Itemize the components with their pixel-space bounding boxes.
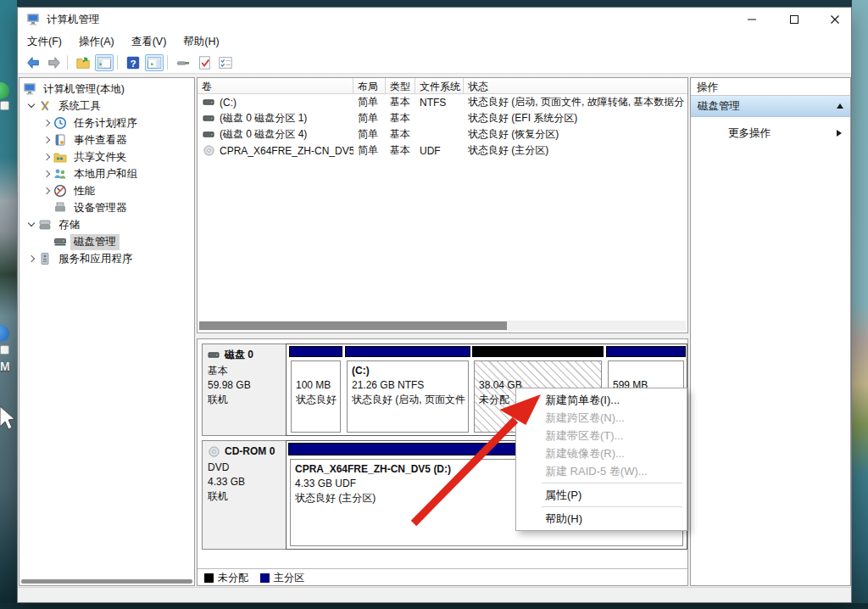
connect-remote-computer-button[interactable]: [174, 54, 192, 71]
tree-item-label: 事件查看器: [70, 132, 131, 148]
volume-row-partition1[interactable]: (磁盘 0 磁盘分区 1) 简单 基本 状态良好 (EFI 系统分区): [198, 110, 687, 126]
volume-list-horizontal-scrollbar[interactable]: [199, 321, 686, 331]
tree-item-device-manager[interactable]: 设备管理器: [19, 199, 194, 216]
volume-row-c[interactable]: (C:) 简单 基本 NTFS 状态良好 (启动, 页面文件, 故障转储, 基本…: [198, 94, 687, 110]
volume-type: 基本: [386, 127, 415, 142]
tree-item-local-users-groups[interactable]: 本地用户和组: [19, 165, 194, 182]
chevron-right-icon[interactable]: [42, 168, 53, 180]
tree-item-label: 系统工具: [55, 98, 104, 115]
task-list-button[interactable]: [216, 54, 235, 71]
tree-item-performance[interactable]: 性能: [19, 182, 194, 199]
volume-name: (C:): [220, 97, 236, 109]
column-header-volume[interactable]: 卷: [198, 78, 353, 93]
column-header-status[interactable]: 状态: [464, 78, 687, 93]
volume-status: 状态良好 (EFI 系统分区): [464, 111, 687, 126]
expander-placeholder: [42, 236, 53, 248]
column-header-filesystem[interactable]: 文件系统: [415, 78, 464, 93]
chevron-down-icon[interactable]: [26, 219, 38, 231]
forward-button[interactable]: [45, 54, 64, 71]
menu-view[interactable]: 查看(V): [124, 32, 175, 52]
close-icon: [830, 14, 840, 25]
window-title: 计算机管理: [47, 13, 100, 27]
volume-type: 基本: [386, 95, 415, 109]
export-list-button[interactable]: [74, 54, 92, 71]
volume-layout: 简单: [353, 95, 386, 109]
title-bar[interactable]: 计算机管理: [18, 8, 851, 31]
more-actions-item[interactable]: 更多操作: [691, 122, 850, 144]
show-action-pane-button[interactable]: [145, 54, 164, 71]
menu-separator: [542, 506, 682, 507]
legend-item-primary: 主分区: [260, 571, 304, 585]
volume-row-partition4[interactable]: (磁盘 0 磁盘分区 4) 简单 基本 状态良好 (恢复分区): [198, 126, 687, 142]
toolbar: ?: [18, 52, 851, 74]
volume-layout: 简单: [353, 111, 386, 126]
partition-color-bar: [472, 346, 604, 357]
disk-icon: [208, 349, 220, 361]
partition-color-bar: [345, 346, 470, 357]
computer-management-app-icon: [26, 13, 40, 26]
tree-horizontal-scrollbar[interactable]: [21, 579, 192, 584]
legend-item-unallocated: 未分配: [204, 571, 248, 585]
minimize-button[interactable]: [743, 11, 760, 28]
scrollbar-thumb[interactable]: [199, 321, 507, 330]
tree-item-label: 计算机管理(本地): [40, 81, 128, 98]
tree-item-label: 任务计划程序: [70, 115, 141, 131]
menu-action[interactable]: 操作(A): [71, 32, 122, 52]
partition-efi[interactable]: 100 MB 状态良好: [289, 346, 342, 433]
collapse-section-icon[interactable]: [837, 103, 843, 109]
tree-item-disk-management[interactable]: 磁盘管理: [19, 233, 194, 250]
volume-row-dvd[interactable]: CPRA_X64FRE_ZH-CN_DV5 (D:) 简单 基本 UDF 状态良…: [198, 142, 687, 159]
column-header-type[interactable]: 类型: [386, 78, 415, 93]
volume-status: 状态良好 (启动, 页面文件, 故障转储, 基本数据分: [464, 95, 687, 109]
volume-icon: [203, 128, 215, 141]
event-viewer-icon: [53, 133, 67, 147]
toolbar-separator: [67, 55, 68, 70]
computer-icon: [23, 82, 36, 96]
tree-item-shared-folders[interactable]: 共享文件夹: [19, 148, 194, 165]
chevron-down-icon[interactable]: [26, 100, 38, 112]
back-arrow-icon: [25, 55, 41, 70]
storage-icon: [38, 218, 52, 232]
red-arrow-annotation: [373, 373, 551, 534]
partition-color-bar: [289, 346, 342, 357]
help-button[interactable]: ?: [124, 54, 142, 71]
cdrom0-header[interactable]: CD-ROM 0 DVD 4.33 GB 联机: [202, 440, 287, 550]
rescan-disks-button[interactable]: [195, 54, 214, 71]
disk0-kind: 基本: [208, 364, 281, 378]
column-header-layout[interactable]: 布局: [353, 78, 386, 93]
tree-item-task-scheduler[interactable]: 任务计划程序: [19, 115, 194, 131]
actions-header: 操作: [691, 78, 850, 96]
volume-icon: [203, 96, 215, 109]
menu-separator: [542, 483, 682, 483]
disk0-name: 磁盘 0: [225, 348, 253, 362]
volume-name: (磁盘 0 磁盘分区 1): [220, 111, 307, 126]
show-console-tree-button[interactable]: [95, 54, 114, 71]
tree-item-computer-management[interactable]: 计算机管理(本地): [19, 81, 194, 98]
actions-section-disk-management[interactable]: 磁盘管理: [691, 96, 850, 117]
chevron-right-icon[interactable]: [26, 253, 38, 265]
tree-item-label: 共享文件夹: [70, 149, 131, 165]
menu-help[interactable]: 帮助(H): [175, 32, 226, 52]
chevron-right-icon[interactable]: [42, 134, 53, 146]
actions-section-title: 磁盘管理: [698, 99, 740, 114]
chevron-right-icon[interactable]: [42, 117, 53, 129]
chevron-right-icon[interactable]: [42, 185, 53, 197]
volume-name: CPRA_X64FRE_ZH-CN_DV5 (D:): [220, 145, 353, 157]
close-button[interactable]: [826, 11, 843, 28]
tree-item-system-tools[interactable]: 系统工具: [19, 98, 194, 115]
tree-item-services-applications[interactable]: 服务和应用程序: [19, 250, 194, 267]
menu-file[interactable]: 文件(F): [19, 32, 70, 52]
device-manager-icon: [53, 201, 67, 215]
tree-item-storage[interactable]: 存储: [19, 216, 194, 233]
tree-item-event-viewer[interactable]: 事件查看器: [19, 131, 194, 148]
chevron-right-icon[interactable]: [42, 151, 53, 163]
maximize-button[interactable]: [786, 11, 803, 28]
volume-icon: [203, 112, 215, 125]
tree-item-label: 存储: [55, 217, 83, 233]
back-button[interactable]: [24, 54, 42, 71]
actions-panel: 操作 磁盘管理 更多操作: [690, 77, 851, 586]
remote-computer-icon: [175, 55, 191, 70]
system-tools-icon: [38, 99, 52, 113]
verify-document-icon: [197, 55, 212, 70]
disk0-header[interactable]: 磁盘 0 基本 59.98 GB 联机: [202, 344, 287, 436]
